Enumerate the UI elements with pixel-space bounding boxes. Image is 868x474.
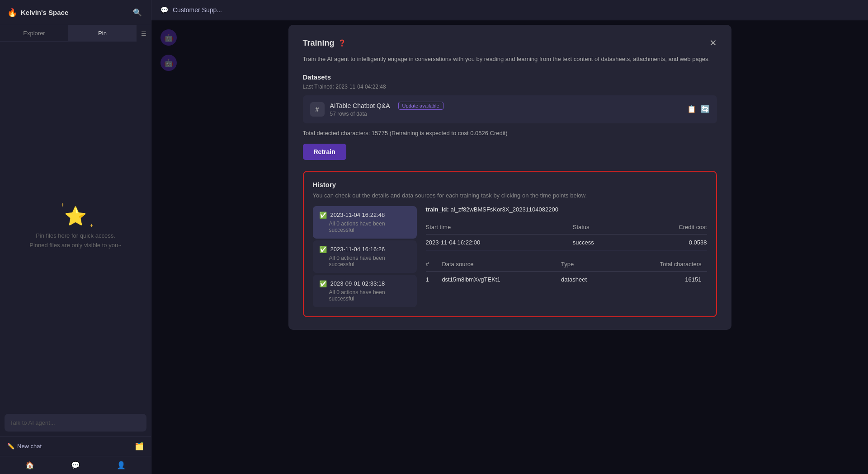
sub-col-source: Data source (442, 257, 561, 272)
sidebar-tabs: Explorer Pin (0, 25, 137, 42)
history-item-header-0: ✅ 2023-11-04 16:22:48 (319, 211, 410, 219)
dataset-actions: 📋 🔄 (687, 105, 710, 113)
train-id-row: train_id: ai_zf82wBMSFsKor3X_20231104082… (426, 206, 707, 213)
detail-start-time: 2023-11-04 16:22:00 (426, 234, 573, 250)
history-body: ✅ 2023-11-04 16:22:48 All 0 actions have… (313, 206, 707, 307)
history-title: History (313, 181, 707, 188)
sub-col-chars: Total characters (619, 257, 707, 272)
col-credit-cost: Credit cost (638, 220, 707, 235)
dataset-rows: 57 rows of data (330, 111, 443, 117)
home-icon-btn[interactable]: 🏠 (25, 461, 34, 469)
check-icon-2: ✅ (319, 280, 327, 287)
sidebar-title: Kelvin's Space (21, 9, 68, 16)
dataset-info: # AITable Chatbot Q&A Update available 5… (310, 102, 443, 117)
detail-table: Start time Status Credit cost 2023-11-04… (426, 220, 707, 251)
main-header-title: Customer Supp... (173, 6, 222, 14)
check-icon-0: ✅ (319, 211, 327, 219)
dataset-card: # AITable Chatbot Q&A Update available 5… (303, 95, 717, 123)
sub-num-0: 1 (426, 271, 442, 287)
main-content: 🤖 🤖 Training ❓ ✕ Train the AI agent to i… (151, 20, 868, 474)
history-list: ✅ 2023-11-04 16:22:48 All 0 actions have… (313, 206, 417, 307)
history-time-1: 2023-11-04 16:16:26 (330, 246, 385, 253)
detected-chars-text: Total detected characters: 15775 (Retrai… (303, 130, 717, 136)
modal-title-text: Training (303, 38, 335, 48)
history-item-header-1: ✅ 2023-11-04 16:16:26 (319, 246, 410, 253)
sidebar-logo: 🔥 Kelvin's Space (7, 8, 68, 18)
dataset-refresh-button[interactable]: 🔄 (701, 105, 710, 113)
update-badge: Update available (398, 102, 443, 110)
train-id-label: train_id: (426, 206, 449, 213)
history-status-1: All 0 actions have been successful (319, 255, 410, 268)
new-chat-label: New chat (17, 443, 42, 450)
modal-header: Training ❓ ✕ (303, 38, 717, 48)
pin-empty-text: Pin files here for quick access. Pinned … (29, 231, 121, 250)
history-status-2: All 0 actions have been successful (319, 289, 410, 302)
main-area: 💬 Customer Supp... 🤖 🤖 Training ❓ ✕ (151, 0, 868, 474)
history-time-2: 2023-09-01 02:33:18 (330, 280, 385, 287)
check-icon-1: ✅ (319, 246, 327, 253)
bottom-icons-row: 🏠 💬 👤 (0, 456, 151, 474)
last-trained-text: Last Trained: 2023-11-04 04:22:48 (303, 84, 717, 90)
history-item-2[interactable]: ✅ 2023-09-01 02:33:18 All 0 actions have… (313, 275, 417, 307)
history-item-0[interactable]: ✅ 2023-11-04 16:22:48 All 0 actions have… (313, 206, 417, 239)
detail-credit: 0.0538 (638, 234, 707, 250)
detail-row-0: 2023-11-04 16:22:00 success 0.0538 (426, 234, 707, 250)
datasets-title: Datasets (303, 73, 717, 81)
modal-overlay: Training ❓ ✕ Train the AI agent to intel… (151, 20, 868, 474)
info-icon[interactable]: ❓ (338, 39, 346, 47)
search-button[interactable]: 🔍 (131, 6, 144, 19)
main-header: 💬 Customer Supp... (151, 0, 868, 20)
sub-source-0: dst15m8ibmXvgTEKt1 (442, 271, 561, 287)
sidebar-header: 🔥 Kelvin's Space 🔍 (0, 0, 151, 25)
sub-row-0: 1 dst15m8ibmXvgTEKt1 datasheet 16151 (426, 271, 707, 287)
col-start-time: Start time (426, 220, 573, 235)
history-desc: You can check out the details and data s… (313, 192, 707, 199)
history-section: History You can check out the details an… (303, 171, 717, 317)
sidebar-tabs-row: Explorer Pin ☰ (0, 25, 151, 42)
sidebar-bottom: ✏️ New chat 🗂️ (0, 436, 151, 456)
history-icon-btn[interactable]: 🗂️ (135, 442, 144, 451)
train-id-value-text: ai_zf82wBMSFsKor3X_20231104082200 (450, 206, 558, 213)
star-decoration-icon: + ⭐ + (64, 206, 87, 227)
logo-icon: 🔥 (7, 8, 17, 18)
chat-bubble-icon: 💬 (160, 6, 168, 14)
sidebar-pin-empty: + ⭐ + Pin files here for quick access. P… (0, 42, 151, 414)
collapse-button[interactable]: ☰ (137, 26, 151, 42)
chat-icon-btn[interactable]: 💬 (71, 461, 80, 469)
sidebar: 🔥 Kelvin's Space 🔍 Explorer Pin ☰ + ⭐ + … (0, 0, 151, 474)
new-chat-button[interactable]: ✏️ New chat (7, 443, 131, 450)
edit-icon: ✏️ (7, 443, 14, 450)
history-item-header-2: ✅ 2023-09-01 02:33:18 (319, 280, 410, 287)
sub-col-type: Type (561, 257, 619, 272)
history-detail: train_id: ai_zf82wBMSFsKor3X_20231104082… (426, 206, 707, 307)
retrain-button[interactable]: Retrain (303, 144, 346, 160)
modal-close-button[interactable]: ✕ (709, 38, 717, 48)
tab-pin[interactable]: Pin (68, 25, 137, 41)
modal-title: Training ❓ (303, 38, 346, 48)
tab-explorer[interactable]: Explorer (0, 25, 68, 41)
chat-input-placeholder: Talk to AI agent... (5, 414, 146, 432)
dataset-name-row: AITable Chatbot Q&A Update available (330, 102, 443, 110)
modal-description: Train the AI agent to intelligently enga… (303, 55, 717, 64)
detail-status: success (573, 234, 638, 250)
sub-chars-0: 16151 (619, 271, 707, 287)
history-item-1[interactable]: ✅ 2023-11-04 16:16:26 All 0 actions have… (313, 240, 417, 273)
profile-icon-btn[interactable]: 👤 (117, 461, 126, 469)
sub-col-num: # (426, 257, 442, 272)
dataset-copy-button[interactable]: 📋 (687, 105, 696, 113)
sub-type-0: datasheet (561, 271, 619, 287)
sub-table: # Data source Type Total characters 1 (426, 257, 707, 287)
training-modal: Training ❓ ✕ Train the AI agent to intel… (288, 25, 731, 330)
dataset-hash-icon: # (310, 102, 325, 117)
col-status: Status (573, 220, 638, 235)
dataset-text: AITable Chatbot Q&A Update available 57 … (330, 102, 443, 117)
dataset-name: AITable Chatbot Q&A (330, 102, 390, 109)
history-time-0: 2023-11-04 16:22:48 (330, 211, 385, 218)
history-status-0: All 0 actions have been successful (319, 221, 410, 233)
